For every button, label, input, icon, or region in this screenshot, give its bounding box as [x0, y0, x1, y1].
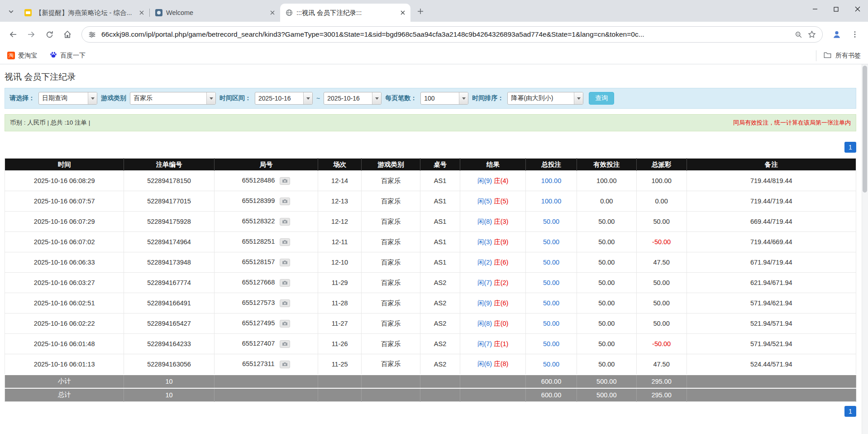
cell-note: 521.94/571.94 — [687, 313, 856, 334]
combo-arrow-icon[interactable] — [459, 92, 468, 104]
total-bet-link[interactable]: 50.00 — [543, 238, 559, 246]
tab-bet-records[interactable]: :::视讯 会员下注纪录::: — [280, 4, 410, 22]
date-range-label: 时间区间： — [219, 94, 251, 102]
query-type-value[interactable] — [39, 92, 88, 104]
scrollbar-thumb[interactable] — [863, 66, 867, 193]
date-to-combobox[interactable] — [324, 92, 382, 105]
tab-title: 【新提醒】海燕策略论坛 - 综合... — [35, 9, 134, 17]
refresh-icon — [45, 30, 54, 39]
maximize-icon — [834, 7, 839, 12]
cell-bet-id: 522894174964 — [124, 232, 214, 252]
replay-camera-icon[interactable] — [280, 198, 290, 205]
replay-camera-icon[interactable] — [280, 177, 290, 185]
col-header-bet-id: 注单编号 — [124, 159, 214, 171]
player-result: 闲(6) — [477, 360, 492, 367]
back-button[interactable] — [5, 26, 22, 43]
browser-menu-button[interactable] — [846, 26, 863, 43]
total-bet-link[interactable]: 50.00 — [543, 279, 559, 286]
address-bar[interactable]: 66cxkj98.com/ipl/portal.php/game/betreco… — [81, 26, 823, 43]
replay-camera-icon[interactable] — [280, 218, 290, 226]
game-type-value[interactable] — [130, 92, 206, 104]
refresh-button[interactable] — [41, 26, 58, 43]
page-number-button[interactable]: 1 — [844, 142, 856, 153]
cell-table: AS2 — [420, 293, 460, 313]
tab-close-icon[interactable] — [268, 9, 277, 17]
cell-total-bet: 50.00 — [526, 354, 577, 375]
subtotal-total-bet: 600.00 — [526, 375, 577, 388]
cell-round: 655127573 — [214, 293, 318, 313]
total-label: 总计 — [5, 388, 124, 402]
combo-arrow-icon[interactable] — [574, 92, 583, 104]
replay-camera-icon[interactable] — [280, 299, 290, 307]
round-number: 655127407 — [242, 340, 275, 347]
total-bet-link[interactable]: 50.00 — [543, 259, 559, 266]
combo-arrow-icon[interactable] — [206, 92, 215, 104]
total-bet-link[interactable]: 50.00 — [543, 361, 559, 368]
date-from-combobox[interactable] — [255, 92, 313, 105]
page-scrollbar[interactable] — [862, 64, 868, 434]
cell-note: 671.94/719.44 — [687, 252, 856, 273]
cell-session: 11-28 — [318, 293, 362, 313]
forward-button[interactable] — [23, 26, 40, 43]
total-bet-link[interactable]: 50.00 — [543, 218, 559, 225]
bookmark-star-icon[interactable] — [808, 30, 816, 39]
total-bet-link[interactable]: 50.00 — [543, 340, 559, 347]
site-settings-icon[interactable] — [88, 31, 96, 39]
maximize-button[interactable] — [825, 0, 847, 18]
cell-valid-bet: 50.00 — [577, 212, 636, 232]
cell-time: 2025-10-16 06:07:29 — [5, 212, 124, 232]
replay-camera-icon[interactable] — [280, 320, 290, 328]
cell-session: 11-27 — [318, 313, 362, 334]
profile-avatar[interactable] — [828, 26, 845, 43]
page-number-button[interactable]: 1 — [844, 406, 856, 417]
bookmark-taobao[interactable]: 淘 爱淘宝 — [7, 52, 37, 60]
date-from-value[interactable] — [255, 92, 303, 104]
cell-session: 11-25 — [318, 354, 362, 375]
cell-game: 百家乐 — [362, 191, 420, 212]
zoom-icon[interactable] — [795, 31, 802, 39]
total-bet-link[interactable]: 100.00 — [541, 198, 561, 205]
combo-arrow-icon[interactable] — [88, 92, 97, 104]
search-button[interactable]: 查询 — [589, 92, 614, 105]
total-bet-link[interactable]: 100.00 — [541, 177, 561, 184]
query-type-combobox[interactable] — [38, 92, 97, 105]
close-window-button[interactable] — [847, 0, 868, 18]
tab-welcome[interactable]: Welcome — [150, 4, 280, 22]
replay-camera-icon[interactable] — [280, 238, 290, 246]
cell-result: 闲(8) 庄(0) — [460, 313, 526, 334]
tab-close-icon[interactable] — [138, 9, 146, 17]
total-bet-link[interactable]: 50.00 — [543, 320, 559, 327]
replay-camera-icon[interactable] — [280, 259, 290, 266]
cell-game: 百家乐 — [362, 354, 420, 375]
home-button[interactable] — [59, 26, 76, 43]
tab-search-button[interactable] — [5, 5, 17, 18]
cell-time: 2025-10-16 06:01:48 — [5, 334, 124, 354]
url-text[interactable]: 66cxkj98.com/ipl/portal.php/game/betreco… — [101, 30, 789, 39]
replay-camera-icon[interactable] — [280, 361, 290, 368]
subtotal-row: 小计 10 600.00 500.00 295.00 — [5, 375, 856, 388]
banker-result: 庄(3) — [494, 218, 508, 225]
bookmark-baidu[interactable]: 百度一下 — [50, 51, 86, 60]
tab-close-icon[interactable] — [399, 9, 407, 17]
date-to-value[interactable] — [324, 92, 372, 104]
tab-forum[interactable]: 【新提醒】海燕策略论坛 - 综合... — [19, 4, 149, 22]
combo-arrow-icon[interactable] — [372, 92, 381, 104]
combo-arrow-icon[interactable] — [303, 92, 312, 104]
game-type-combobox[interactable] — [130, 92, 216, 105]
cell-game: 百家乐 — [362, 212, 420, 232]
col-header-total-bet: 总投注 — [526, 159, 577, 171]
new-tab-button[interactable] — [414, 5, 427, 18]
cell-total-bet: 100.00 — [526, 191, 577, 212]
page-size-combobox[interactable] — [420, 92, 468, 105]
sort-order-combobox[interactable] — [507, 92, 583, 105]
browser-toolbar: 66cxkj98.com/ipl/portal.php/game/betreco… — [0, 22, 868, 47]
total-bet-link[interactable]: 50.00 — [543, 299, 559, 307]
all-bookmarks-button[interactable]: 所有书签 — [816, 50, 861, 61]
replay-camera-icon[interactable] — [280, 340, 290, 348]
cell-session: 12-10 — [318, 252, 362, 273]
replay-camera-icon[interactable] — [280, 279, 290, 287]
page-size-value[interactable] — [421, 92, 459, 104]
sort-order-value[interactable] — [508, 92, 574, 104]
minimize-button[interactable] — [804, 0, 825, 18]
round-number: 655127668 — [242, 279, 275, 286]
